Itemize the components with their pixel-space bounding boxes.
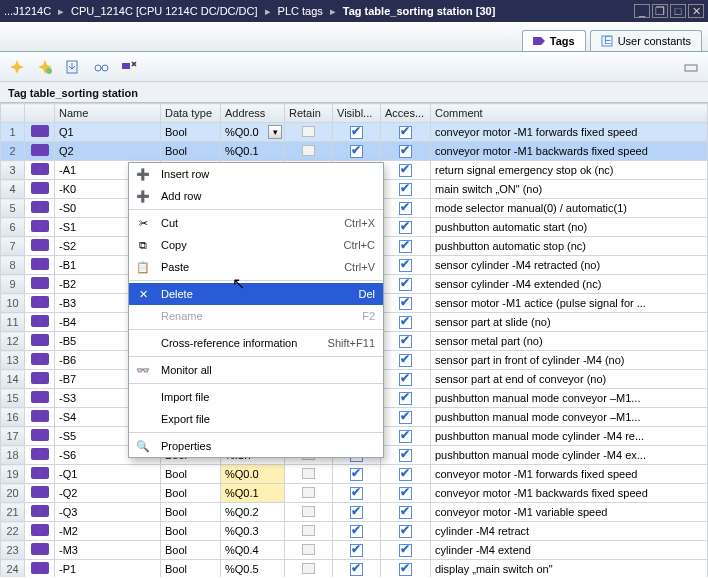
row-number[interactable]: 6 <box>1 218 25 237</box>
window-restore-button[interactable]: ❐ <box>652 4 668 18</box>
col-datatype[interactable]: Data type <box>161 104 221 123</box>
cell-access[interactable] <box>381 218 431 237</box>
crumb-3[interactable]: Tag table_sorting station [30] <box>343 5 496 17</box>
cell-access[interactable] <box>381 199 431 218</box>
cell-comment[interactable]: pushbutton automatic start (no) <box>431 218 708 237</box>
settings-button[interactable] <box>680 56 702 78</box>
cell-retain[interactable] <box>285 465 333 484</box>
cell-access[interactable] <box>381 446 431 465</box>
cell-access[interactable] <box>381 123 431 142</box>
crumb-1[interactable]: CPU_1214C [CPU 1214C DC/DC/DC] <box>71 5 257 17</box>
row-number[interactable]: 4 <box>1 180 25 199</box>
table-row[interactable]: 22-M2Bool%Q0.3cylinder -M4 retract <box>1 522 708 541</box>
cell-access[interactable] <box>381 313 431 332</box>
row-number[interactable]: 7 <box>1 237 25 256</box>
cell-address[interactable]: %Q0.1 <box>221 484 285 503</box>
cell-access[interactable] <box>381 503 431 522</box>
cell-address[interactable]: %Q0.1 <box>221 142 285 161</box>
dropdown-icon[interactable]: ▾ <box>268 125 282 139</box>
row-number[interactable]: 16 <box>1 408 25 427</box>
cell-datatype[interactable]: Bool <box>161 560 221 578</box>
row-number[interactable]: 9 <box>1 275 25 294</box>
new-folder-button[interactable] <box>34 56 56 78</box>
cell-name[interactable]: Q2 <box>55 142 161 161</box>
monitor-button[interactable] <box>90 56 112 78</box>
cell-retain[interactable] <box>285 503 333 522</box>
menu-export-file[interactable]: Export file <box>129 408 383 430</box>
export-button[interactable] <box>62 56 84 78</box>
cell-comment[interactable]: pushbutton manual mode conveyor –M1... <box>431 389 708 408</box>
cell-retain[interactable] <box>285 522 333 541</box>
cell-datatype[interactable]: Bool <box>161 123 221 142</box>
tab-user-constants[interactable]: E User constants <box>590 30 702 51</box>
row-number[interactable]: 19 <box>1 465 25 484</box>
cell-visible[interactable] <box>333 522 381 541</box>
cell-visible[interactable] <box>333 465 381 484</box>
cell-datatype[interactable]: Bool <box>161 503 221 522</box>
cell-comment[interactable]: conveyor motor -M1 variable speed <box>431 503 708 522</box>
row-number[interactable]: 8 <box>1 256 25 275</box>
cell-name[interactable]: -Q3 <box>55 503 161 522</box>
menu-copy[interactable]: ⧉CopyCtrl+C <box>129 234 383 256</box>
cell-visible[interactable] <box>333 560 381 578</box>
window-close-button[interactable]: ✕ <box>688 4 704 18</box>
row-number[interactable]: 5 <box>1 199 25 218</box>
row-number[interactable]: 1 <box>1 123 25 142</box>
cell-access[interactable] <box>381 237 431 256</box>
row-number[interactable]: 10 <box>1 294 25 313</box>
cell-access[interactable] <box>381 275 431 294</box>
cell-name[interactable]: -Q2 <box>55 484 161 503</box>
cell-name[interactable]: -M2 <box>55 522 161 541</box>
row-number[interactable]: 17 <box>1 427 25 446</box>
cell-access[interactable] <box>381 180 431 199</box>
cell-comment[interactable]: conveyor motor -M1 backwards fixed speed <box>431 142 708 161</box>
delete-button[interactable] <box>118 56 140 78</box>
cell-address[interactable]: %Q0.0 <box>221 465 285 484</box>
cell-comment[interactable]: pushbutton automatic stop (nc) <box>431 237 708 256</box>
cell-retain[interactable] <box>285 541 333 560</box>
cell-comment[interactable]: pushbutton manual mode cylinder -M4 re..… <box>431 427 708 446</box>
cell-access[interactable] <box>381 408 431 427</box>
menu-monitor-all[interactable]: 👓Monitor all <box>129 359 383 381</box>
menu-delete[interactable]: ✕DeleteDel <box>129 283 383 305</box>
cell-datatype[interactable]: Bool <box>161 522 221 541</box>
cell-comment[interactable]: sensor cylinder -M4 extended (nc) <box>431 275 708 294</box>
cell-access[interactable] <box>381 465 431 484</box>
cell-datatype[interactable]: Bool <box>161 541 221 560</box>
table-row[interactable]: 19-Q1Bool%Q0.0conveyor motor -M1 forward… <box>1 465 708 484</box>
cell-comment[interactable]: cylinder -M4 retract <box>431 522 708 541</box>
cell-access[interactable] <box>381 427 431 446</box>
row-number[interactable]: 15 <box>1 389 25 408</box>
menu-add-row[interactable]: ➕Add row <box>129 185 383 207</box>
cell-address[interactable]: %Q0.3 <box>221 522 285 541</box>
cell-datatype[interactable]: Bool <box>161 465 221 484</box>
tab-tags[interactable]: Tags <box>522 30 586 51</box>
cell-comment[interactable]: sensor metal part (no) <box>431 332 708 351</box>
cell-access[interactable] <box>381 351 431 370</box>
cell-address[interactable]: %Q0.4 <box>221 541 285 560</box>
context-menu[interactable]: ➕Insert row➕Add row✂CutCtrl+X⧉CopyCtrl+C… <box>128 162 384 458</box>
cell-comment[interactable]: cylinder -M4 extend <box>431 541 708 560</box>
cell-visible[interactable] <box>333 123 381 142</box>
cell-comment[interactable]: conveyor motor -M1 forwards fixed speed <box>431 465 708 484</box>
col-access[interactable]: Acces... <box>381 104 431 123</box>
cell-datatype[interactable]: Bool <box>161 142 221 161</box>
table-row[interactable]: 24-P1Bool%Q0.5display „main switch on" <box>1 560 708 578</box>
table-row[interactable]: 20-Q2Bool%Q0.1conveyor motor -M1 backwar… <box>1 484 708 503</box>
cell-retain[interactable] <box>285 484 333 503</box>
cell-retain[interactable] <box>285 142 333 161</box>
menu-paste[interactable]: 📋PasteCtrl+V <box>129 256 383 278</box>
cell-access[interactable] <box>381 370 431 389</box>
crumb-0[interactable]: ...J1214C <box>4 5 51 17</box>
row-number[interactable]: 11 <box>1 313 25 332</box>
row-number[interactable]: 14 <box>1 370 25 389</box>
cell-comment[interactable]: sensor cylinder -M4 retracted (no) <box>431 256 708 275</box>
menu-import-file[interactable]: Import file <box>129 386 383 408</box>
cell-comment[interactable]: sensor part in front of cylinder -M4 (no… <box>431 351 708 370</box>
cell-retain[interactable] <box>285 123 333 142</box>
menu-properties[interactable]: 🔍Properties <box>129 435 383 457</box>
cell-name[interactable]: Q1 <box>55 123 161 142</box>
cell-visible[interactable] <box>333 142 381 161</box>
table-row[interactable]: 1Q1Bool%Q0.0▾conveyor motor -M1 forwards… <box>1 123 708 142</box>
row-number[interactable]: 12 <box>1 332 25 351</box>
